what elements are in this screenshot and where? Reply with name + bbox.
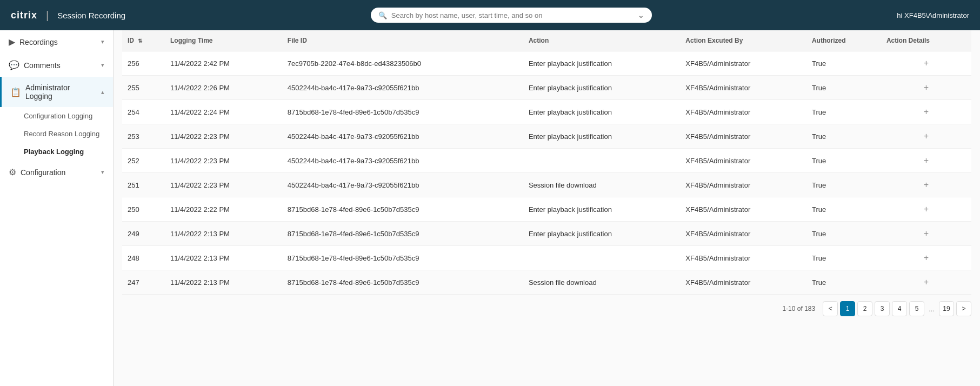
- chevron-down-icon[interactable]: ⌄: [638, 11, 644, 19]
- action-details-button[interactable]: +: [881, 51, 971, 76]
- table-row: 255 11/4/2022 2:26 PM 4502244b-ba4c-417e…: [122, 76, 971, 100]
- col-file-id: File ID: [282, 30, 523, 51]
- cell-action-executed-by: XF4B5/Administrator: [680, 173, 806, 197]
- table-row: 254 11/4/2022 2:24 PM 8715bd68-1e78-4fed…: [122, 100, 971, 124]
- sidebar-item-admin-logging[interactable]: 📋 Administrator Logging ▴: [0, 77, 113, 107]
- cell-id: 256: [122, 51, 165, 76]
- cell-action: Enter playback justification: [523, 124, 680, 149]
- cell-authorized: True: [806, 51, 881, 76]
- cell-authorized: True: [806, 246, 881, 270]
- record-reason-logging-label: Record Reason Logging: [24, 130, 99, 138]
- cell-id: 248: [122, 246, 165, 270]
- playback-logging-label: Playback Logging: [24, 148, 84, 156]
- cell-action: [523, 149, 680, 173]
- cell-action: [523, 246, 680, 270]
- playback-logging-table: ID ⇅ Logging Time File ID Action: [122, 30, 971, 295]
- col-action: Action: [523, 30, 680, 51]
- cell-authorized: True: [806, 149, 881, 173]
- cell-authorized: True: [806, 100, 881, 124]
- cell-logging-time: 11/4/2022 2:23 PM: [165, 124, 282, 149]
- page-19-button[interactable]: 19: [939, 301, 954, 316]
- pagination: 1-10 of 183 < 1 2 3 4 5 ... 19 >: [114, 295, 980, 323]
- sidebar-label-configuration: Configuration: [21, 168, 97, 177]
- action-details-button[interactable]: +: [881, 222, 971, 246]
- page-4-button[interactable]: 4: [892, 301, 907, 316]
- search-bar[interactable]: 🔍 ⌄: [371, 8, 652, 23]
- action-details-button[interactable]: +: [881, 76, 971, 100]
- table-row: 252 11/4/2022 2:23 PM 4502244b-ba4c-417e…: [122, 149, 971, 173]
- cell-logging-time: 11/4/2022 2:24 PM: [165, 100, 282, 124]
- action-details-button[interactable]: +: [881, 173, 971, 197]
- cell-file-id: 7ec9705b-2202-47e4-b8dc-ed43823506b0: [282, 51, 523, 76]
- sort-icon[interactable]: ⇅: [138, 38, 142, 44]
- action-details-button[interactable]: +: [881, 100, 971, 124]
- action-details-button[interactable]: +: [881, 149, 971, 173]
- table-header-row: ID ⇅ Logging Time File ID Action: [122, 30, 971, 51]
- prev-page-button[interactable]: <: [823, 301, 838, 316]
- page-1-button[interactable]: 1: [840, 301, 855, 316]
- cell-action-executed-by: XF4B5/Administrator: [680, 222, 806, 246]
- main-content: ID ⇅ Logging Time File ID Action: [114, 30, 980, 386]
- cell-action-executed-by: XF4B5/Administrator: [680, 100, 806, 124]
- cell-authorized: True: [806, 197, 881, 222]
- sidebar-item-comments[interactable]: 💬 Comments ▾: [0, 54, 113, 77]
- table-row: 250 11/4/2022 2:22 PM 8715bd68-1e78-4fed…: [122, 197, 971, 222]
- search-input[interactable]: [391, 11, 634, 19]
- play-icon: ▶: [9, 37, 15, 47]
- action-details-button[interactable]: +: [881, 246, 971, 270]
- col-action-executed-by-label: Action Excuted By: [685, 37, 743, 44]
- cell-id: 247: [122, 270, 165, 295]
- table-container: ID ⇅ Logging Time File ID Action: [114, 30, 980, 295]
- cell-file-id: 8715bd68-1e78-4fed-89e6-1c50b7d535c9: [282, 270, 523, 295]
- chevron-down-icon: ▾: [101, 62, 104, 69]
- col-action-label: Action: [529, 37, 549, 44]
- action-details-button[interactable]: +: [881, 197, 971, 222]
- cell-id: 255: [122, 76, 165, 100]
- cell-action-executed-by: XF4B5/Administrator: [680, 76, 806, 100]
- cell-id: 254: [122, 100, 165, 124]
- cell-action-executed-by: XF4B5/Administrator: [680, 246, 806, 270]
- table-row: 253 11/4/2022 2:23 PM 4502244b-ba4c-417e…: [122, 124, 971, 149]
- col-logging-time-label: Logging Time: [170, 37, 212, 44]
- cell-action-executed-by: XF4B5/Administrator: [680, 197, 806, 222]
- sidebar-item-playback-logging[interactable]: Playback Logging: [0, 143, 113, 161]
- action-details-button[interactable]: +: [881, 270, 971, 295]
- cell-logging-time: 11/4/2022 2:26 PM: [165, 76, 282, 100]
- col-id: ID ⇅: [122, 30, 165, 51]
- next-page-button[interactable]: >: [956, 301, 971, 316]
- cell-authorized: True: [806, 222, 881, 246]
- cell-action-executed-by: XF4B5/Administrator: [680, 51, 806, 76]
- cell-id: 251: [122, 173, 165, 197]
- log-icon: 📋: [10, 87, 21, 97]
- cell-action-executed-by: XF4B5/Administrator: [680, 149, 806, 173]
- logo-area: citrix | Session Recording: [11, 9, 125, 22]
- action-details-button[interactable]: +: [881, 124, 971, 149]
- pagination-info: 1-10 of 183: [782, 305, 815, 312]
- cell-file-id: 4502244b-ba4c-417e-9a73-c92055f621bb: [282, 149, 523, 173]
- table-row: 251 11/4/2022 2:23 PM 4502244b-ba4c-417e…: [122, 173, 971, 197]
- page-5-button[interactable]: 5: [909, 301, 924, 316]
- table-row: 247 11/4/2022 2:13 PM 8715bd68-1e78-4fed…: [122, 270, 971, 295]
- cell-logging-time: 11/4/2022 2:42 PM: [165, 51, 282, 76]
- cell-logging-time: 11/4/2022 2:13 PM: [165, 222, 282, 246]
- sidebar-item-recordings[interactable]: ▶ Recordings ▾: [0, 30, 113, 54]
- cell-logging-time: 11/4/2022 2:13 PM: [165, 246, 282, 270]
- cell-file-id: 4502244b-ba4c-417e-9a73-c92055f621bb: [282, 173, 523, 197]
- cell-file-id: 4502244b-ba4c-417e-9a73-c92055f621bb: [282, 76, 523, 100]
- cell-action: Session file download: [523, 173, 680, 197]
- table-row: 256 11/4/2022 2:42 PM 7ec9705b-2202-47e4…: [122, 51, 971, 76]
- sidebar-item-configuration[interactable]: ⚙ Configuration ▾: [0, 161, 113, 184]
- cell-id: 249: [122, 222, 165, 246]
- cell-action: Enter playback justification: [523, 197, 680, 222]
- cell-logging-time: 11/4/2022 2:22 PM: [165, 197, 282, 222]
- sidebar-item-record-reason-logging[interactable]: Record Reason Logging: [0, 125, 113, 143]
- page-2-button[interactable]: 2: [857, 301, 872, 316]
- sidebar-label-recordings: Recordings: [19, 38, 97, 46]
- cell-file-id: 8715bd68-1e78-4fed-89e6-1c50b7d535c9: [282, 222, 523, 246]
- sidebar-item-config-logging[interactable]: Configuration Logging: [0, 107, 113, 125]
- chevron-down-icon: ▾: [101, 169, 104, 176]
- logo-divider: |: [46, 9, 49, 22]
- page-3-button[interactable]: 3: [875, 301, 890, 316]
- col-action-details-label: Action Details: [886, 37, 930, 44]
- cell-logging-time: 11/4/2022 2:13 PM: [165, 270, 282, 295]
